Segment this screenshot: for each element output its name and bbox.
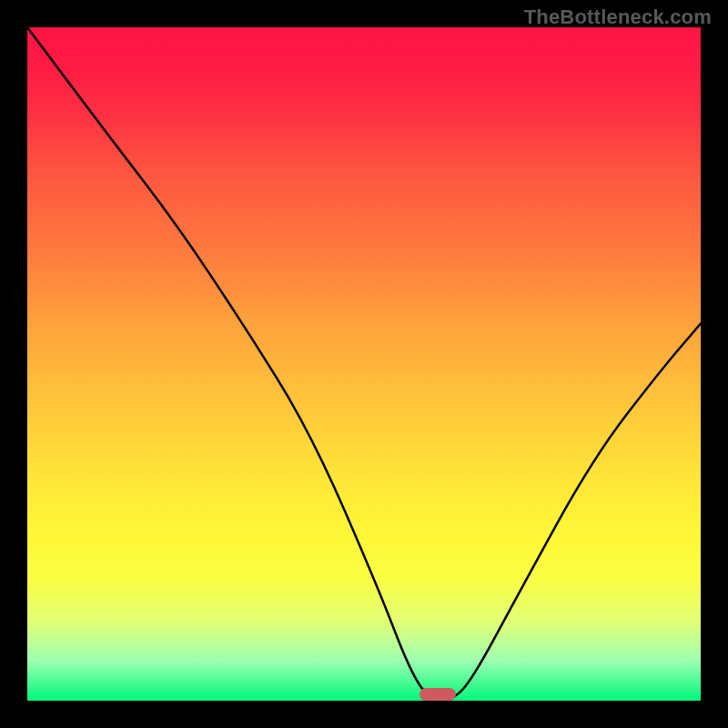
watermark-text: TheBottleneck.com (524, 5, 712, 29)
curve-path (27, 27, 701, 701)
bottleneck-curve (27, 27, 701, 701)
chart-frame: TheBottleneck.com (0, 0, 728, 728)
optimal-marker (420, 688, 456, 701)
plot-area (27, 27, 701, 701)
